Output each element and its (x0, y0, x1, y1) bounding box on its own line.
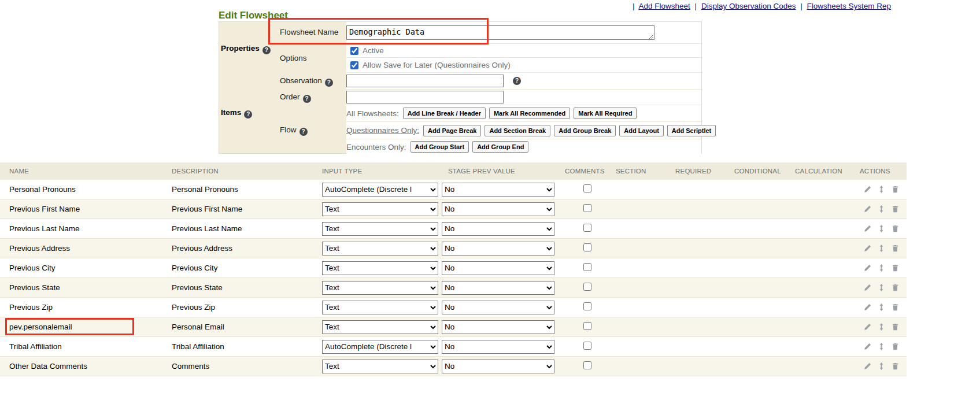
add-group-end-button[interactable]: Add Group End (472, 141, 528, 153)
input-type-select[interactable]: Text (322, 261, 438, 275)
delete-icon[interactable] (891, 244, 900, 253)
header-input-type: INPUT TYPE (322, 168, 442, 175)
move-icon[interactable] (877, 244, 886, 253)
stage-prev-value-select[interactable]: No (442, 320, 554, 334)
delete-icon[interactable] (891, 185, 900, 194)
help-icon[interactable]: ? (262, 46, 271, 54)
option-allow-save-row: Allow Save for Later (Questionnaires Onl… (346, 58, 701, 73)
add-group-start-button[interactable]: Add Group Start (411, 141, 469, 153)
edit-icon[interactable] (863, 362, 872, 371)
edit-icon[interactable] (863, 264, 872, 272)
header-description: DESCRIPTION (172, 168, 322, 175)
help-icon[interactable]: ? (299, 128, 308, 136)
delete-icon[interactable] (891, 303, 900, 312)
delete-icon[interactable] (891, 264, 900, 272)
stage-prev-value-select[interactable]: No (442, 242, 554, 255)
nav-link-flowsheets-system-report[interactable]: Flowsheets System Rep (807, 2, 892, 10)
comments-checkbox[interactable] (583, 184, 591, 192)
order-input[interactable] (346, 91, 504, 103)
comments-checkbox[interactable] (583, 342, 591, 350)
input-type-select[interactable]: Text (322, 242, 438, 255)
comments-checkbox[interactable] (583, 204, 591, 212)
edit-icon[interactable] (863, 303, 872, 312)
option-active-row: Active (346, 44, 701, 58)
header-comments: COMMENTS (565, 168, 616, 175)
stage-prev-value-select[interactable]: No (442, 340, 554, 354)
allow-save-checkbox[interactable] (350, 61, 358, 69)
table-row: pev.personalemail Personal Email Text No (0, 317, 907, 337)
row-description: Personal Email (172, 323, 322, 331)
comments-checkbox[interactable] (583, 302, 591, 310)
flow-label: Flow? (280, 125, 308, 136)
edit-icon[interactable] (863, 185, 872, 194)
delete-icon[interactable] (891, 205, 900, 213)
edit-icon[interactable] (863, 342, 872, 351)
delete-icon[interactable] (891, 362, 900, 371)
row-name: pev.personalemail (0, 323, 172, 331)
move-icon[interactable] (877, 205, 886, 213)
add-layout-button[interactable]: Add Layout (619, 125, 664, 136)
stage-prev-value-select[interactable]: No (442, 183, 554, 197)
input-type-select[interactable]: AutoComplete (Discrete l (322, 340, 438, 354)
stage-prev-value-select[interactable]: No (442, 261, 554, 275)
questionnaires-only-label: Questionnaires Only: (346, 126, 419, 135)
comments-checkbox[interactable] (583, 361, 591, 369)
add-page-break-button[interactable]: Add Page Break (423, 125, 481, 136)
order-label: Order? (280, 92, 311, 103)
stage-prev-value-select[interactable]: No (442, 222, 554, 236)
add-line-break-header-button[interactable]: Add Line Break / Header (403, 108, 486, 119)
stage-prev-value-select[interactable]: No (442, 360, 554, 373)
active-checkbox-label: Active (363, 46, 384, 55)
input-type-select[interactable]: Text (322, 360, 438, 373)
observation-input[interactable] (346, 75, 504, 87)
input-type-select[interactable]: Text (322, 320, 438, 334)
edit-icon[interactable] (863, 224, 872, 233)
nav-link-add-flowsheet[interactable]: Add Flowsheet (639, 2, 690, 10)
add-section-break-button[interactable]: Add Section Break (485, 125, 550, 136)
delete-icon[interactable] (891, 283, 900, 292)
move-icon[interactable] (877, 224, 886, 233)
properties-section-label: Properties? (221, 44, 271, 54)
help-icon[interactable]: ? (303, 95, 311, 103)
mark-all-recommended-button[interactable]: Mark All Recommended (489, 108, 570, 119)
move-icon[interactable] (877, 323, 886, 331)
input-type-select[interactable]: Text (322, 202, 438, 216)
move-icon[interactable] (877, 283, 886, 292)
comments-checkbox[interactable] (583, 224, 591, 232)
move-icon[interactable] (877, 362, 886, 371)
flowsheet-name-input[interactable]: Demographic Data (346, 25, 654, 40)
stage-prev-value-select[interactable]: No (442, 281, 554, 295)
comments-checkbox[interactable] (583, 243, 591, 251)
nav-link-display-observation-codes[interactable]: Display Observation Codes (701, 2, 796, 10)
move-icon[interactable] (877, 303, 886, 312)
help-icon[interactable]: ? (513, 77, 521, 85)
comments-checkbox[interactable] (583, 283, 591, 291)
comments-checkbox[interactable] (583, 322, 591, 330)
edit-icon[interactable] (863, 283, 872, 292)
observation-row: ? (346, 73, 701, 90)
delete-icon[interactable] (891, 323, 900, 331)
edit-icon[interactable] (863, 323, 872, 331)
add-group-break-button[interactable]: Add Group Break (554, 125, 616, 136)
input-type-select[interactable]: Text (322, 301, 438, 314)
input-type-select[interactable]: Text (322, 281, 438, 295)
table-row: Previous City Previous City Text No (0, 258, 907, 278)
help-icon[interactable]: ? (325, 79, 333, 87)
stage-prev-value-select[interactable]: No (442, 301, 554, 314)
help-icon[interactable]: ? (244, 110, 252, 118)
move-icon[interactable] (877, 342, 886, 351)
edit-icon[interactable] (863, 205, 872, 213)
delete-icon[interactable] (891, 224, 900, 233)
comments-checkbox[interactable] (583, 263, 591, 271)
active-checkbox[interactable] (350, 47, 358, 55)
input-type-select[interactable]: Text (322, 222, 438, 236)
add-scriptlet-button[interactable]: Add Scriptlet (667, 125, 716, 136)
stage-prev-value-select[interactable]: No (442, 202, 554, 216)
mark-all-required-button[interactable]: Mark All Required (574, 108, 637, 119)
edit-icon[interactable] (863, 244, 872, 253)
delete-icon[interactable] (891, 342, 900, 351)
row-name: Previous First Name (0, 205, 172, 213)
move-icon[interactable] (877, 264, 886, 272)
move-icon[interactable] (877, 185, 886, 194)
input-type-select[interactable]: AutoComplete (Discrete l (322, 183, 438, 197)
